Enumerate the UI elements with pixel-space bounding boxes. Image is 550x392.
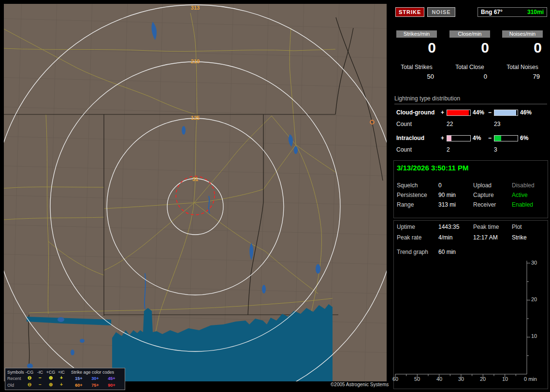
minus-ic-symbol-old: − [35,382,45,388]
total-noises-label: Total Noises [498,64,547,70]
cloud-ground-minus-count: 23 [494,121,500,127]
y-tick-10: 10 [531,333,537,339]
legend-symbols-header: Symbols [7,369,24,375]
receiver-value: Enabled [512,201,533,208]
x-tick-30: 30 [454,376,468,382]
plus-sign: + [441,109,444,116]
peak-time-value: 12:17 AM [473,234,498,241]
legend-row-old-label: Old [7,382,14,388]
strike-button[interactable]: STRIKE [395,7,424,17]
age-code-30: 30+ [87,376,103,381]
trend-graph [392,258,550,379]
strikes-per-min-badge[interactable]: Strikes/min [396,30,437,38]
plot-label: Plot [512,224,522,230]
close-per-min-value: 0 [446,40,494,56]
noise-button[interactable]: NOISE [427,7,455,17]
y-tick-20: 20 [531,296,537,302]
total-close-value: 0 [446,73,494,80]
x-tick-60: 60 [388,376,403,382]
distribution-title: Lightning type distribution [394,95,460,102]
range-value: 313 mi [438,201,456,208]
distribution-section: Lightning type distribution [394,95,547,104]
uptime-label: Uptime [397,224,415,230]
plus-sign: + [441,135,444,141]
total-strikes-value: 50 [392,73,441,80]
map-canvas[interactable]: 313 219 125 31 [4,4,387,381]
minus-cg-symbol-old: ⊖ [25,382,34,388]
cloud-ground-minus-bar [494,110,518,116]
cloud-ground-plus-count: 22 [447,121,453,127]
datetime: 3/13/2026 3:50:11 PM [397,164,468,172]
age-code-15: 15+ [71,376,87,381]
range-label: Range [397,201,414,208]
cloud-ground-label: Cloud-ground [396,109,434,116]
y-tick-30: 30 [531,260,537,266]
ring-label: 31 [192,176,198,182]
receiver-label: Receiver [473,201,496,208]
x-tick-40: 40 [432,376,447,382]
bearing-value: Bng 67° [481,9,503,15]
legend-col-minus-ic: -IC [35,369,45,375]
noises-per-min-value: 0 [498,40,547,56]
x-tick-20: 20 [476,376,490,382]
bearing-range-value: 310mi [527,9,544,15]
count-label: Count [396,121,412,127]
intracloud-plus-count: 2 [447,146,450,153]
intracloud-plus-bar [447,135,471,141]
persistence-value: 90 min [438,192,456,198]
trend-graph-value: 60 min [438,249,456,255]
plus-ic-symbol-recent: + [57,375,66,381]
strikes-per-min-value: 0 [392,40,441,56]
plus-ic-symbol-old: + [57,382,66,388]
upload-label: Upload [473,182,492,189]
upload-value: Disabled [512,182,535,189]
legend-age-header: Strike age color codes [71,369,114,375]
ring-label: 125 [191,115,200,121]
intracloud-plus-pct: 4% [473,135,481,141]
minus-cg-symbol-recent: ⊖ [25,375,34,381]
count-label: Count [396,146,412,153]
squelch-label: Squelch [397,182,418,189]
minus-sign: − [488,135,492,141]
nexstorm-window: 313 219 125 31 Symbols -CG -IC +CG +IC S… [0,0,550,392]
plus-cg-symbol-recent: ⊕ [46,375,56,381]
age-code-75: 75+ [87,382,103,388]
age-code-90: 90+ [104,382,119,388]
total-close-label: Total Close [446,64,494,70]
x-axis-end-label: 0 min [524,376,537,382]
cloud-ground-plus-fill [447,110,469,115]
peak-rate-label: Peak rate [397,234,421,241]
receiver-status-box: 3/13/2026 3:50:11 PM Squelch 0 Upload Di… [393,160,548,218]
uptime-value: 1443:35 [438,224,459,230]
peak-time-label: Peak time [473,224,499,230]
noises-per-min-badge[interactable]: Noises/min [502,30,543,38]
legend-col-minus-cg: -CG [25,369,34,375]
legend-row-recent-label: Recent [7,376,21,381]
cloud-ground-minus-fill [494,110,516,115]
plus-cg-symbol-old: ⊕ [46,382,56,388]
minus-ic-symbol-recent: − [35,375,45,381]
capture-label: Capture [473,192,494,198]
intracloud-minus-fill [494,136,501,141]
map-legend: Symbols -CG -IC +CG +IC Strike age color… [5,368,125,390]
x-tick-50: 50 [410,376,424,382]
intracloud-plus-fill [447,136,451,141]
x-tick-10: 10 [498,376,512,382]
squelch-value: 0 [438,182,442,189]
cloud-ground-plus-pct: 44% [473,109,484,116]
bearing-display: Bng 67° 310mi [478,7,547,17]
cloud-ground-plus-bar [447,110,471,116]
cloud-ground-minus-pct: 46% [520,109,532,116]
minus-sign: − [488,109,492,116]
close-per-min-badge[interactable]: Close/min [449,30,490,38]
total-noises-value: 79 [498,73,547,80]
legend-col-plus-ic: +IC [57,369,66,375]
ring-label: 219 [191,58,200,64]
ring-label: 313 [191,5,200,11]
legend-col-plus-cg: +CG [46,369,56,375]
map[interactable]: 313 219 125 31 [4,4,387,381]
copyright: ©2005 Astrogenic Systems [331,382,389,387]
total-strikes-label: Total Strikes [392,64,441,70]
age-code-45: 45+ [104,376,119,381]
trend-graph-label: Trend graph [397,249,428,255]
